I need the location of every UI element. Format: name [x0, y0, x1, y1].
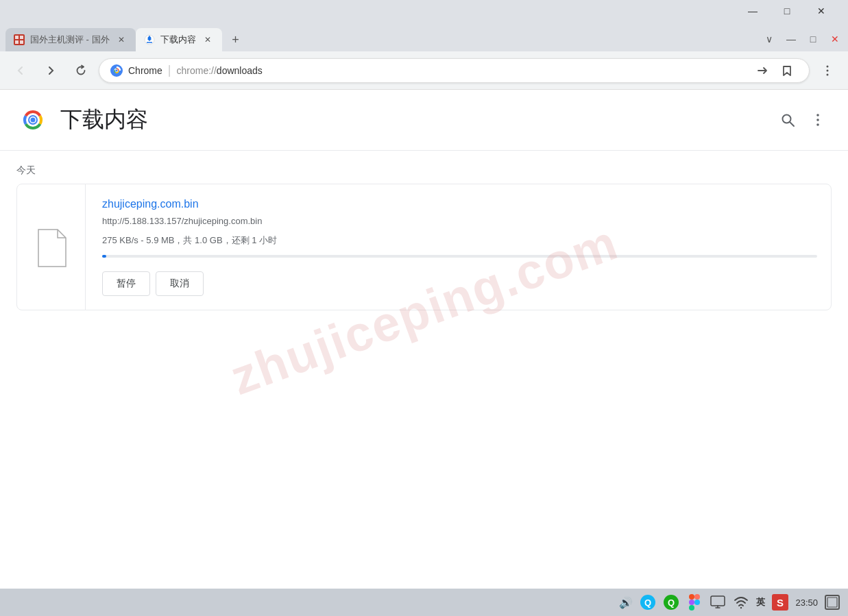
figma-icon[interactable] — [686, 594, 703, 611]
reload-button[interactable] — [69, 58, 93, 83]
download-url: http://5.188.133.157/zhujiceping.com.bin — [102, 216, 817, 226]
screen-icon[interactable] — [710, 594, 726, 611]
tab-2-title: 下载内容 — [160, 34, 196, 46]
language-indicator[interactable]: 英 — [756, 596, 765, 608]
omnibox-brand-label: Chrome — [128, 65, 162, 76]
tab-menu-down-button[interactable]: ∨ — [759, 29, 779, 49]
omnibox-actions — [751, 60, 798, 82]
omnibox[interactable]: Chrome | chrome://downloads — [99, 58, 810, 83]
notification-icon[interactable] — [825, 595, 840, 610]
tab-1-favicon — [14, 34, 25, 45]
chrome-icon — [110, 64, 123, 77]
download-progress-bar — [102, 255, 817, 258]
tab-1-title: 国外主机测评 - 国外 — [30, 34, 110, 46]
titlebar-controls: — □ ✕ — [737, 1, 837, 21]
system-time: 23:50 — [795, 597, 818, 608]
svg-rect-34 — [689, 605, 694, 611]
download-filename[interactable]: zhujiceping.com.bin — [102, 198, 817, 210]
wifi-icon[interactable] — [733, 594, 749, 611]
maximize-button[interactable]: □ — [771, 1, 803, 21]
sougou-icon[interactable]: S — [772, 594, 788, 611]
search-button[interactable] — [774, 106, 801, 134]
download-item: zhujiceping.com.bin http://5.188.133.157… — [16, 184, 832, 310]
omnibox-bar: Chrome | chrome://downloads — [0, 51, 848, 90]
tab-2[interactable]: 下载内容 ✕ — [136, 28, 222, 51]
qq-icon[interactable]: Q — [640, 594, 656, 611]
tab-1-close[interactable]: ✕ — [115, 34, 128, 46]
omnibox-url: chrome://downloads — [176, 65, 740, 76]
back-button[interactable] — [8, 58, 33, 83]
tab-bar: 国外主机测评 - 国外 ✕ 下载内容 ✕ + ∨ — □ ✕ — [0, 24, 848, 51]
svg-rect-4 — [20, 40, 23, 44]
svg-rect-33 — [694, 600, 700, 605]
download-progress-text: 275 KB/s - 5.9 MB，共 1.0 GB，还剩 1 小时 — [102, 234, 817, 247]
svg-point-24 — [816, 119, 819, 121]
titlebar: — □ ✕ — [0, 0, 848, 24]
svg-rect-35 — [711, 596, 725, 606]
close-button[interactable]: ✕ — [805, 1, 837, 21]
svg-rect-2 — [20, 36, 23, 39]
pause-button[interactable]: 暂停 — [102, 271, 150, 296]
download-details: zhujiceping.com.bin http://5.188.133.157… — [86, 184, 831, 310]
taskbar: 🔊 Q Q — [0, 589, 848, 616]
page-content: zhujiceping.com 下载内容 — [0, 90, 848, 589]
tab-2-close[interactable]: ✕ — [202, 34, 214, 46]
chrome-logo — [16, 103, 49, 136]
svg-point-21 — [31, 118, 36, 123]
svg-rect-31 — [694, 594, 700, 600]
svg-rect-1 — [15, 36, 19, 39]
new-tab-button[interactable]: + — [225, 30, 247, 49]
omnibox-separator: | — [168, 63, 171, 77]
svg-rect-32 — [689, 600, 694, 605]
forward-button[interactable] — [38, 58, 63, 83]
cancel-button[interactable]: 取消 — [156, 271, 204, 296]
tab-1[interactable]: 国外主机测评 - 国外 ✕ — [5, 28, 136, 51]
page-title: 下载内容 — [60, 105, 763, 135]
svg-point-17 — [827, 73, 829, 75]
section-today-label: 今天 — [0, 151, 848, 184]
file-icon — [35, 228, 68, 267]
minimize-button[interactable]: — — [737, 1, 768, 21]
wechat-icon[interactable]: Q — [663, 594, 679, 611]
svg-point-36 — [740, 607, 742, 608]
svg-point-15 — [827, 65, 829, 67]
svg-text:S: S — [777, 597, 784, 608]
download-actions: 暂停 取消 — [102, 271, 817, 296]
file-icon-area — [17, 184, 86, 310]
svg-point-16 — [827, 69, 829, 71]
downloads-header: 下载内容 — [0, 90, 848, 151]
tab-menu-close-button[interactable]: ✕ — [825, 29, 845, 49]
taskbar-right: 🔊 Q Q — [619, 594, 840, 611]
more-button[interactable] — [804, 106, 832, 134]
share-button[interactable] — [751, 60, 773, 82]
svg-rect-39 — [827, 597, 837, 607]
svg-rect-30 — [689, 594, 694, 600]
svg-point-25 — [816, 123, 819, 126]
volume-icon[interactable]: 🔊 — [619, 596, 633, 609]
tab-2-favicon — [144, 34, 155, 45]
tab-menu-minimize-button[interactable]: — — [781, 29, 801, 49]
chrome-menu-button[interactable] — [815, 58, 840, 83]
svg-point-14 — [115, 69, 117, 71]
bookmark-button[interactable] — [776, 60, 798, 82]
svg-point-23 — [816, 114, 819, 116]
svg-text:Q: Q — [644, 597, 651, 608]
svg-rect-3 — [15, 40, 19, 44]
svg-text:Q: Q — [668, 597, 675, 608]
download-progress-fill — [102, 255, 106, 258]
header-actions — [774, 106, 832, 134]
tab-menu-maximize-button[interactable]: □ — [803, 29, 823, 49]
